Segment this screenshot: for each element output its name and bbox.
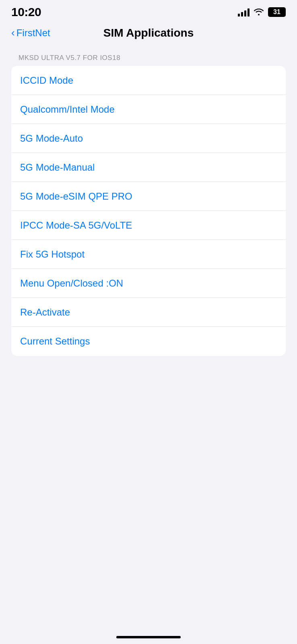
signal-icon [238, 8, 250, 17]
back-label: FirstNet [16, 27, 50, 39]
status-icons: 31 [238, 7, 286, 17]
list-card: ICCID ModeQualcomm/Intel Mode5G Mode-Aut… [11, 66, 286, 356]
main-content: MKSD ULTRA V5.7 FOR IOS18 ICCID ModeQual… [0, 46, 297, 356]
list-item-label: Re-Activate [20, 307, 70, 318]
list-item[interactable]: Fix 5G Hotspot [11, 240, 286, 269]
list-item[interactable]: 5G Mode-eSIM QPE PRO [11, 182, 286, 211]
home-indicator [116, 636, 181, 638]
status-time: 10:20 [11, 5, 41, 19]
list-item[interactable]: Menu Open/Closed :ON [11, 269, 286, 298]
battery-indicator: 31 [268, 7, 286, 17]
list-item-label: Fix 5G Hotspot [20, 249, 85, 260]
list-item-label: ICCID Mode [20, 75, 73, 86]
list-item[interactable]: ICCID Mode [11, 66, 286, 95]
list-item-label: 5G Mode-Manual [20, 162, 95, 173]
status-bar: 10:20 31 [0, 0, 297, 22]
list-item-label: Current Settings [20, 336, 90, 347]
list-item[interactable]: 5G Mode-Auto [11, 124, 286, 153]
list-item-label: 5G Mode-Auto [20, 133, 83, 144]
list-item[interactable]: Qualcomm/Intel Mode [11, 95, 286, 124]
list-item[interactable]: IPCC Mode-SA 5G/VoLTE [11, 211, 286, 240]
list-item[interactable]: Re-Activate [11, 298, 286, 327]
nav-bar: ‹ FirstNet SIM Applications [0, 22, 297, 46]
list-item-label: Qualcomm/Intel Mode [20, 104, 115, 115]
back-button[interactable]: ‹ FirstNet [11, 27, 50, 39]
back-chevron-icon: ‹ [11, 27, 15, 38]
list-item[interactable]: Current Settings [11, 327, 286, 356]
list-item-label: Menu Open/Closed :ON [20, 278, 123, 289]
section-header: MKSD ULTRA V5.7 FOR IOS18 [11, 54, 286, 62]
list-item-label: 5G Mode-eSIM QPE PRO [20, 191, 132, 202]
page-title: SIM Applications [103, 27, 194, 39]
list-item[interactable]: 5G Mode-Manual [11, 153, 286, 182]
wifi-icon [254, 7, 264, 17]
list-item-label: IPCC Mode-SA 5G/VoLTE [20, 220, 132, 231]
